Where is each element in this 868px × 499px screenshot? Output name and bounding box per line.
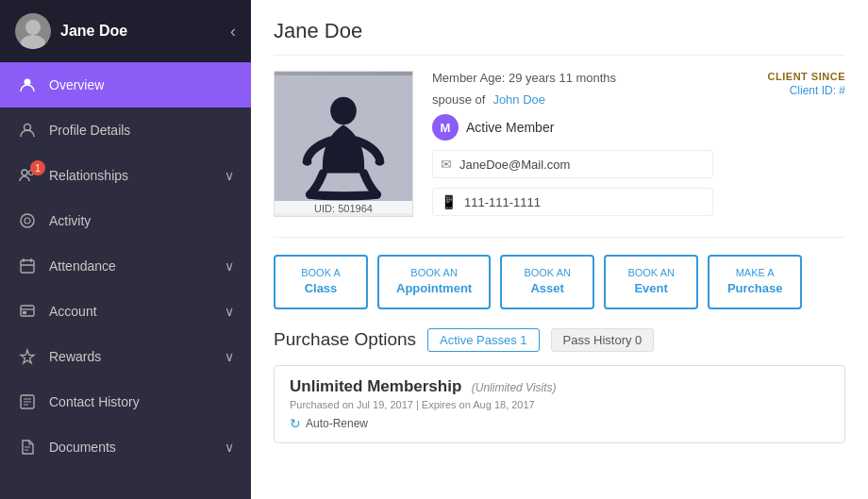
sidebar-item-documents[interactable]: Documents ∨ (0, 424, 251, 470)
sidebar: Jane Doe ‹ Overview Profile Details (0, 0, 251, 499)
svg-point-13 (330, 96, 357, 125)
rewards-chevron-icon: ∨ (225, 349, 234, 364)
phone-icon: 📱 (441, 194, 457, 209)
spouse-link[interactable]: John Doe (492, 92, 545, 107)
make-purchase-line2: Purchase (726, 280, 783, 297)
sidebar-item-documents-label: Documents (49, 440, 225, 455)
svg-point-7 (25, 218, 30, 224)
svg-point-15 (376, 158, 385, 165)
contact-history-icon (17, 391, 38, 412)
sidebar-nav: Overview Profile Details 1 Rela (0, 62, 251, 499)
book-appointment-button[interactable]: BOOK AN Appointment (377, 255, 491, 309)
page-title: Jane Doe (274, 19, 845, 56)
membership-title-row: Unlimited Membership (Unlimited Visits) (290, 377, 829, 396)
active-passes-tab[interactable]: Active Passes 1 (427, 328, 540, 352)
book-event-line2: Event (623, 280, 679, 297)
book-asset-button[interactable]: BOOK AN Asset (500, 255, 594, 309)
email-value: JaneDoe@Mail.com (459, 158, 570, 172)
svg-point-4 (22, 170, 27, 175)
profile-details-icon (17, 120, 38, 141)
membership-name: Unlimited Membership (290, 377, 461, 395)
client-since-label: CLIENT SINCE (768, 71, 845, 82)
overview-icon (17, 75, 38, 95)
purchase-header: Purchase Options Active Passes 1 Pass Hi… (274, 328, 845, 352)
membership-subtitle: (Unlimited Visits) (472, 381, 557, 394)
sidebar-item-activity[interactable]: Activity (0, 198, 251, 243)
sidebar-item-activity-label: Activity (49, 213, 234, 228)
book-appointment-line1: BOOK AN (396, 266, 472, 280)
account-icon (17, 301, 38, 322)
sidebar-item-account[interactable]: Account ∨ (0, 289, 251, 334)
book-class-line1: BOOK A (292, 266, 349, 280)
sidebar-item-relationships-label: Relationships (49, 168, 225, 183)
svg-rect-9 (21, 306, 34, 316)
make-purchase-button[interactable]: MAKE A Purchase (708, 255, 802, 309)
profile-figure (275, 72, 412, 216)
relationships-icon: 1 (17, 165, 38, 186)
main-content: Jane Doe (251, 0, 868, 499)
sidebar-item-attendance[interactable]: Attendance ∨ (0, 243, 251, 289)
rewards-icon (17, 346, 38, 367)
activity-icon (17, 210, 38, 231)
sidebar-item-relationships[interactable]: 1 Relationships ∨ (0, 153, 251, 198)
sidebar-item-overview-label: Overview (49, 77, 234, 92)
sidebar-item-profile-details[interactable]: Profile Details (0, 108, 251, 153)
sidebar-item-overview[interactable]: Overview (0, 62, 251, 108)
spouse-prefix: spouse of (432, 92, 485, 107)
svg-point-6 (21, 214, 34, 227)
sidebar-header-left: Jane Doe (15, 13, 127, 49)
membership-card: Unlimited Membership (Unlimited Visits) … (274, 365, 845, 443)
phone-row: 📱 111-111-1111 (432, 188, 713, 216)
membership-meta: Purchased on Jul 19, 2017 | Expires on A… (290, 399, 829, 410)
sidebar-item-account-label: Account (49, 304, 225, 319)
account-chevron-icon: ∨ (225, 304, 234, 319)
member-status-text: Active Member (466, 120, 554, 135)
sidebar-item-profile-label: Profile Details (49, 123, 234, 138)
book-class-button[interactable]: BOOK A Class (274, 255, 368, 309)
book-event-line1: BOOK AN (623, 266, 679, 280)
svg-point-1 (21, 35, 45, 49)
make-purchase-line1: MAKE A (726, 266, 783, 280)
member-age-text: Member Age: 29 years 11 months (432, 71, 616, 85)
email-row: ✉ JaneDoe@Mail.com (432, 150, 713, 178)
auto-renew-row: ↻ Auto-Renew (290, 416, 829, 431)
svg-rect-8 (21, 260, 34, 273)
sidebar-collapse-icon[interactable]: ‹ (230, 22, 236, 42)
documents-icon (17, 437, 38, 457)
book-event-button[interactable]: BOOK AN Event (604, 255, 698, 309)
svg-point-14 (303, 158, 312, 165)
auto-renew-label: Auto-Renew (306, 417, 368, 430)
purchase-section: Purchase Options Active Passes 1 Pass Hi… (274, 328, 845, 443)
email-icon: ✉ (441, 157, 452, 172)
relationships-chevron-icon: ∨ (225, 168, 234, 183)
client-since-block: CLIENT SINCE Client ID: # (732, 71, 845, 222)
renew-icon: ↻ (290, 416, 301, 431)
profile-photo: UID: 501964 (274, 71, 413, 217)
documents-chevron-icon: ∨ (225, 440, 234, 455)
avatar (15, 13, 51, 49)
book-asset-line2: Asset (519, 280, 576, 297)
svg-rect-10 (23, 311, 26, 314)
svg-point-0 (25, 20, 41, 35)
attendance-icon (17, 256, 38, 276)
book-class-line2: Class (292, 280, 349, 297)
action-buttons: BOOK A Class BOOK AN Appointment BOOK AN… (274, 255, 845, 309)
sidebar-item-rewards-label: Rewards (49, 349, 225, 364)
sidebar-item-contact-history-label: Contact History (49, 394, 234, 409)
sidebar-username: Jane Doe (60, 23, 127, 40)
member-badge-row: M Active Member (432, 114, 713, 141)
book-asset-line1: BOOK AN (519, 266, 576, 280)
attendance-chevron-icon: ∨ (225, 258, 234, 274)
member-age-row: Member Age: 29 years 11 months (432, 71, 713, 85)
sidebar-item-rewards[interactable]: Rewards ∨ (0, 334, 251, 379)
sidebar-item-contact-history[interactable]: Contact History (0, 379, 251, 424)
sidebar-header: Jane Doe ‹ (0, 0, 251, 62)
client-id-label: Client ID: # (790, 84, 845, 97)
relationships-badge: 1 (30, 160, 45, 175)
sidebar-item-attendance-label: Attendance (49, 258, 225, 274)
phone-value: 111-111-1111 (464, 195, 541, 209)
book-appointment-line2: Appointment (396, 280, 472, 297)
member-circle: M (432, 114, 459, 141)
pass-history-tab[interactable]: Pass History 0 (551, 328, 655, 352)
spouse-row: spouse of John Doe (432, 92, 713, 107)
